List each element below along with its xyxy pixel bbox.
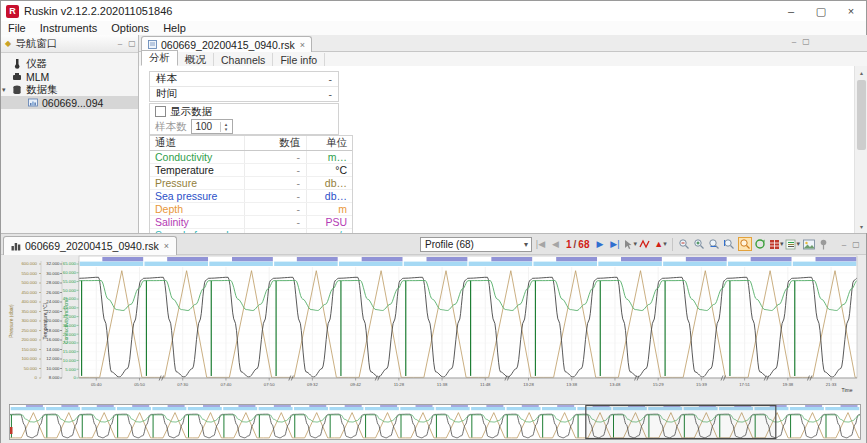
main-chart-area[interactable]: 600.000550.000500.000450.000400.000350.0… bbox=[1, 254, 867, 400]
menu-options[interactable]: Options bbox=[104, 22, 156, 34]
profile-total: 68 bbox=[578, 239, 589, 250]
chevron-down-icon[interactable]: ▾ bbox=[663, 240, 667, 248]
first-profile-button[interactable]: |◀ bbox=[534, 237, 547, 251]
scrollbar-thumb[interactable] bbox=[857, 80, 866, 150]
table-row[interactable]: Pressure-db… bbox=[150, 176, 352, 189]
menu-file[interactable]: File bbox=[1, 22, 33, 34]
menubar: File Instruments Options Help bbox=[1, 21, 866, 36]
nav-minimize-button[interactable]: – bbox=[114, 39, 126, 48]
chevron-down-icon[interactable]: ▾ bbox=[796, 240, 800, 248]
svg-text:07:40: 07:40 bbox=[221, 382, 232, 387]
prev-profile-button[interactable]: ◀ bbox=[549, 237, 562, 251]
cast-toggle-button[interactable] bbox=[639, 237, 652, 251]
menu-help[interactable]: Help bbox=[156, 22, 193, 34]
channels-table-body: Conductivity-m…Temperature-°CPressure-db… bbox=[150, 151, 352, 241]
svg-text:18.000: 18.000 bbox=[46, 328, 60, 333]
stepper-down-icon[interactable]: ▾ bbox=[225, 127, 228, 132]
tree-item-mlm[interactable]: MLM bbox=[1, 70, 138, 83]
overview-strip[interactable] bbox=[9, 404, 861, 440]
table-row[interactable]: Salinity-PSU bbox=[150, 215, 352, 228]
tree-item-label: 数据集 bbox=[26, 83, 58, 97]
overview-selection[interactable] bbox=[586, 406, 776, 439]
tree-item-dataset-file[interactable]: 060669...094 bbox=[1, 96, 138, 109]
nav-panel-title: 导航窗口 bbox=[15, 37, 57, 51]
svg-text:13:28: 13:28 bbox=[523, 382, 534, 387]
cursor-tool-button[interactable]: ▾ bbox=[623, 237, 637, 251]
legend-button[interactable]: ▾ bbox=[785, 237, 800, 251]
zoom-out-button[interactable] bbox=[678, 237, 691, 251]
channel-value: - bbox=[244, 164, 306, 176]
chevron-down-icon[interactable]: ▾ bbox=[780, 240, 784, 248]
plot-minimize-button[interactable]: – bbox=[838, 240, 850, 249]
tab-analysis[interactable]: 分析 bbox=[141, 50, 178, 66]
scroll-up-icon[interactable]: ▴ bbox=[855, 66, 867, 79]
svg-text:60.000: 60.000 bbox=[63, 270, 77, 275]
table-row[interactable]: Depth-m bbox=[150, 202, 352, 215]
svg-text:13:38: 13:38 bbox=[566, 382, 577, 387]
content-scrollbar[interactable]: ▴ ▾ bbox=[854, 66, 867, 233]
plot-tab-close-icon[interactable]: × bbox=[164, 241, 169, 251]
svg-text:13:48: 13:48 bbox=[610, 382, 621, 387]
show-data-checkbox[interactable] bbox=[155, 106, 166, 117]
channel-unit: db… bbox=[306, 190, 352, 202]
zoom-y-button[interactable] bbox=[723, 237, 736, 251]
sample-count-stepper[interactable]: 100 ▴ ▾ bbox=[191, 119, 233, 134]
scroll-down-icon[interactable]: ▾ bbox=[855, 220, 867, 233]
svg-text:Time: Time bbox=[842, 387, 853, 393]
annotation-pin-button[interactable] bbox=[817, 237, 830, 251]
subtabbar: 分析 概况 Channels File info bbox=[139, 52, 867, 67]
channel-name: Pressure bbox=[150, 177, 244, 189]
workspace: ◆ 导航窗口 – ▢ 仪器 MLM bbox=[1, 35, 866, 233]
dataset-tab-icon bbox=[148, 40, 157, 49]
expander-icon[interactable]: ▾ bbox=[2, 86, 11, 94]
plot-tabbar: 060669_20200415_0940.rsk × Profile (68) … bbox=[1, 234, 866, 255]
profile-select[interactable]: Profile (68) ▾ bbox=[420, 237, 532, 252]
tree-item-instruments[interactable]: 仪器 bbox=[1, 57, 138, 70]
maximize-button[interactable]: ▢ bbox=[806, 1, 836, 21]
event-warning-button[interactable]: ▲ ▾ bbox=[654, 237, 667, 251]
close-button[interactable]: × bbox=[836, 1, 866, 21]
svg-text:17:51: 17:51 bbox=[739, 382, 750, 387]
channel-unit: db… bbox=[306, 177, 352, 189]
next-profile-button[interactable]: ▶ bbox=[593, 237, 606, 251]
svg-text:11:28: 11:28 bbox=[394, 382, 405, 387]
svg-text:300.000: 300.000 bbox=[21, 318, 37, 323]
channel-unit: PSU bbox=[306, 216, 352, 228]
table-row[interactable]: Sea pressure-db… bbox=[150, 189, 352, 202]
plot-tab-label: 060669_20200415_0940.rsk bbox=[25, 240, 159, 252]
zoom-window-button[interactable] bbox=[738, 237, 752, 251]
display-options-box: 显示数据 样本数 100 ▴ ▾ bbox=[149, 103, 339, 135]
nav-restore-button[interactable]: ▢ bbox=[126, 39, 138, 48]
channel-value: - bbox=[244, 203, 306, 215]
channel-name: Conductivity bbox=[150, 151, 244, 163]
view-minimize-button[interactable]: – bbox=[788, 37, 800, 46]
tab-close-icon[interactable]: × bbox=[300, 40, 305, 50]
tab-overview[interactable]: 概况 bbox=[178, 53, 214, 66]
export-data-button[interactable]: ▾ bbox=[769, 237, 784, 251]
tree-item-datasets[interactable]: ▾ 数据集 bbox=[1, 83, 138, 96]
channel-name: Salinity bbox=[150, 216, 244, 228]
plot-restore-button[interactable]: ▢ bbox=[850, 240, 862, 249]
svg-text:500.000: 500.000 bbox=[21, 280, 37, 285]
app-logo-icon: R bbox=[6, 5, 19, 18]
menu-instruments[interactable]: Instruments bbox=[33, 22, 104, 34]
svg-text:12.000: 12.000 bbox=[46, 356, 60, 361]
zoom-reset-button[interactable] bbox=[754, 237, 767, 251]
tab-channels[interactable]: Channels bbox=[214, 53, 273, 66]
view-restore-button[interactable]: ▢ bbox=[800, 37, 812, 46]
zoom-x-button[interactable] bbox=[708, 237, 721, 251]
nav-tree: 仪器 MLM ▾ 数据集 bbox=[1, 53, 138, 109]
snapshot-button[interactable] bbox=[802, 237, 815, 251]
svg-text:22.000: 22.000 bbox=[46, 309, 60, 314]
chevron-down-icon[interactable]: ▾ bbox=[633, 240, 637, 248]
table-row[interactable]: Temperature-°C bbox=[150, 163, 352, 176]
last-profile-button[interactable]: ▶| bbox=[608, 237, 621, 251]
plot-tab[interactable]: 060669_20200415_0940.rsk × bbox=[3, 236, 177, 255]
svg-text:50.000: 50.000 bbox=[24, 366, 38, 371]
zoom-in-button[interactable] bbox=[693, 237, 706, 251]
table-row[interactable]: Conductivity-m… bbox=[150, 151, 352, 163]
svg-text:14.000: 14.000 bbox=[46, 347, 60, 352]
toolbar-separator bbox=[672, 238, 673, 251]
minimize-button[interactable]: – bbox=[776, 1, 806, 21]
tab-file-info[interactable]: File info bbox=[273, 53, 325, 66]
